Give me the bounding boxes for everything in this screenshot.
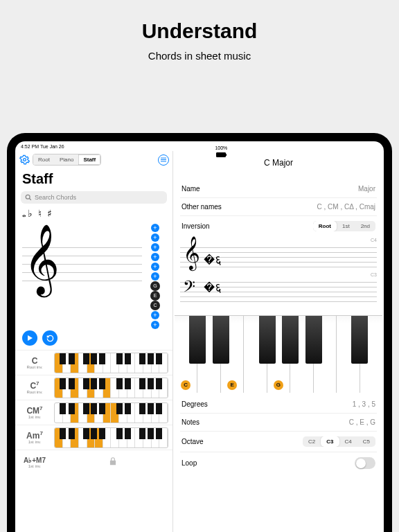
piano-black-key[interactable] [189,316,206,364]
chord-title: C Major [173,151,384,180]
label-notes: Notes [181,418,200,426]
search-icon [25,194,32,201]
mini-keyboard [54,427,168,448]
octave-c4[interactable]: C4 [339,436,357,447]
chord-list-item[interactable]: C7Root inv. [15,375,172,400]
bass-clef-icon: 𝄢 [183,278,195,301]
accidental-flat[interactable]: ♭ [28,208,33,220]
screen: 4:52 PM Tue Jan 26 100% Root Piano [15,141,384,532]
loop-toggle[interactable] [355,457,375,469]
piano-keyboard[interactable]: CEG [175,315,382,393]
octave-c5[interactable]: C5 [357,436,375,447]
octave-c2[interactable]: C2 [303,436,321,447]
piano-black-key[interactable] [305,316,322,364]
value-othernames: C , CM , CΔ , Cmaj [317,203,375,211]
search-input[interactable]: Search Chords [21,191,167,204]
piano-black-key[interactable] [282,316,299,364]
inversion-segmented[interactable]: Root 1st 2nd [313,221,375,231]
piano-black-key[interactable] [213,316,229,364]
left-title: Staff [15,168,172,191]
key-label: C [181,380,190,390]
accidental-row: 𝅝 ♭ ♮ ♯ [15,204,172,222]
settings-icon[interactable] [19,154,30,166]
label-octave: Octave [181,438,204,445]
label-loop: Loop [181,459,197,467]
chord-list-item[interactable]: CM71st inv. [15,400,172,425]
mini-keyboard [54,402,168,423]
add-note-icon[interactable]: + [151,272,159,281]
mini-keyboard [54,378,168,398]
mini-keyboard [54,353,168,373]
inversion-2nd[interactable]: 2nd [355,221,375,231]
battery-icon [216,152,226,157]
piano-black-key[interactable] [351,316,368,364]
hero-subtitle: Chords in sheet music [0,50,399,62]
chord-label: A♭+M71st inv. [15,457,54,469]
octave-label-bottom: C3 [371,272,377,277]
hero-title: Understand [0,19,399,43]
left-pane: Root Piano Staff Staff Search Chords 𝅝 ♭… [15,151,173,532]
chord-label: C7Root inv. [15,381,54,395]
chord-list: CRoot inv.C7Root inv.CM71st inv.Am71st i… [15,350,172,475]
chord-note[interactable]: E [150,291,160,301]
label-inversion: Inversion [181,222,210,230]
chord-list-item[interactable]: Am71st inv. [15,425,172,450]
svg-point-0 [23,159,26,161]
staff-editor[interactable]: 𝄞 + + + + + + G E C + + [15,222,172,328]
search-placeholder: Search Chords [35,194,76,201]
add-note-icon[interactable]: + [151,263,159,271]
label-degrees: Degrees [181,400,208,408]
status-battery-pct: 100% [215,145,227,150]
treble-clef-icon: 𝄞 [24,229,60,290]
chord-notation: �६ [204,253,222,267]
chord-note[interactable]: G [150,281,160,291]
chord-note[interactable]: C [150,301,160,310]
chord-list-item-locked[interactable]: A♭+M71st inv. [15,450,172,475]
view-segmented[interactable]: Root Piano Staff [33,154,101,166]
reset-button[interactable] [42,330,57,346]
chord-list-item[interactable]: CRoot inv. [15,351,172,375]
lock-icon [108,456,118,469]
value-name: Major [358,185,375,193]
octave-c3[interactable]: C3 [321,436,339,447]
status-bar: 4:52 PM Tue Jan 26 100% [15,141,384,151]
status-time: 4:52 PM Tue Jan 26 [21,144,64,149]
tab-staff[interactable]: Staff [78,154,100,165]
wifi-icon [218,141,224,143]
add-note-icon[interactable]: + [151,253,159,261]
chord-label: CM71st inv. [15,406,54,420]
play-button[interactable] [22,330,37,346]
treble-clef-icon: 𝄞 [183,236,200,269]
chord-label: Am71st inv. [15,431,54,445]
chord-label: CRoot inv. [15,356,54,370]
accidental-natural[interactable]: ♮ [38,208,42,220]
value-degrees: 1 , 3 , 5 [353,400,375,408]
accidental-sharp[interactable]: ♯ [47,208,52,220]
chord-notation: �६ [204,281,222,295]
tab-root[interactable]: Root [33,154,55,165]
inversion-1st[interactable]: 1st [337,221,355,231]
add-note-icon[interactable]: + [151,321,159,329]
key-label: G [274,380,283,390]
octave-segmented[interactable]: C2 C3 C4 C5 [303,436,375,447]
key-label: E [227,380,237,390]
octave-label-top: C4 [371,238,377,242]
add-note-icon[interactable]: + [151,311,159,319]
right-pane: C Major Name Major Other names C , CM , … [173,151,384,532]
label-name: Name [181,185,200,193]
value-notes: C , E , G [349,418,375,426]
filter-icon[interactable] [158,154,169,166]
inversion-root[interactable]: Root [313,221,337,231]
note-column[interactable]: + + + + + + G E C + + [142,222,168,325]
staff-notation: C4 𝄞 �६ C3 𝄢 �६ [173,236,384,312]
piano-black-key[interactable] [259,316,276,364]
add-note-icon[interactable]: + [151,243,159,251]
tab-piano[interactable]: Piano [55,154,78,165]
add-note-icon[interactable]: + [151,233,159,242]
label-othernames: Other names [181,203,222,211]
tablet-frame: 4:52 PM Tue Jan 26 100% Root Piano [7,133,392,532]
svg-point-1 [26,195,30,199]
add-note-icon[interactable]: + [151,224,159,232]
